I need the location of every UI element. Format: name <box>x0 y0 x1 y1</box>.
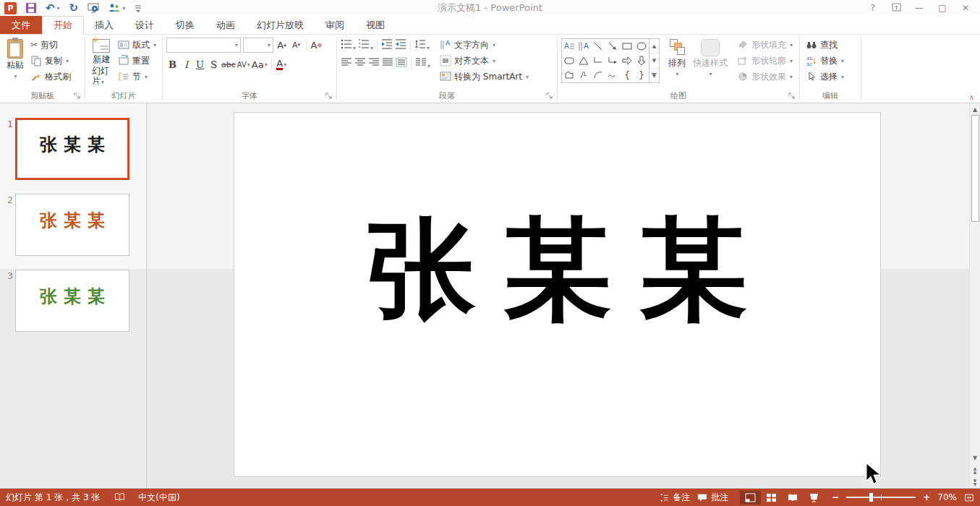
tab-home[interactable]: 开始 <box>42 16 84 35</box>
change-case-button[interactable]: Aa▾ <box>252 56 268 72</box>
font-name-combobox[interactable]: ▾ <box>166 38 241 53</box>
format-painter-button[interactable]: 格式刷 <box>28 69 73 85</box>
slide-canvas[interactable]: 张某某 <box>234 112 881 477</box>
slide-1-thumbnail[interactable]: 张某某 <box>15 118 129 180</box>
tab-design[interactable]: 设计 <box>124 16 165 34</box>
spell-check-button[interactable] <box>114 492 125 502</box>
font-size-combobox[interactable]: ▾ <box>243 38 273 53</box>
paste-button[interactable]: 粘贴 ▾ <box>4 37 27 82</box>
tab-transitions[interactable]: 切换 <box>165 16 205 34</box>
triangle-shape[interactable] <box>576 53 591 68</box>
strikethrough-button[interactable]: abc <box>221 56 236 72</box>
zoom-slider-thumb[interactable] <box>869 493 873 502</box>
align-center-button[interactable] <box>354 56 366 70</box>
share-button[interactable]: ▾ <box>108 2 125 14</box>
font-dialog-launcher[interactable] <box>325 93 333 100</box>
reset-button[interactable]: 重置 <box>116 53 158 69</box>
tab-slideshow[interactable]: 幻灯片放映 <box>246 16 315 34</box>
columns-button[interactable]: ▾ <box>415 56 430 70</box>
zoom-slider[interactable] <box>846 493 916 502</box>
maximize-button[interactable]: □ <box>932 3 953 13</box>
slide-indicator[interactable]: 幻灯片 第 1 张，共 3 张 <box>6 492 100 504</box>
shape-fill-button[interactable]: 形状填充▾ <box>735 37 795 53</box>
align-left-button[interactable] <box>341 56 352 70</box>
copy-button[interactable]: 复制▾ <box>28 53 73 69</box>
drawing-dialog-launcher[interactable] <box>788 93 796 100</box>
customize-qat-button[interactable] <box>135 4 142 12</box>
shapes-scroll-down-button[interactable]: ▼ <box>649 53 659 68</box>
tab-file[interactable]: 文件 <box>0 16 42 34</box>
arc-shape[interactable] <box>591 68 605 82</box>
tab-review[interactable]: 审阅 <box>315 16 355 34</box>
convert-to-smartart-button[interactable]: 转换为 SmartArt▾ <box>438 69 531 85</box>
fit-slide-to-window-button[interactable] <box>964 493 974 502</box>
close-button[interactable]: ✕ <box>955 3 976 13</box>
slide-3-thumbnail[interactable]: 张某某 <box>15 270 129 332</box>
undo-button[interactable]: ↶▾ <box>46 3 60 13</box>
vertical-text-box-shape[interactable]: A <box>576 39 591 53</box>
scrollbar-thumb[interactable] <box>971 115 979 222</box>
help-button[interactable]: ? <box>863 3 883 13</box>
arrow-shape[interactable] <box>605 39 620 53</box>
line-shape[interactable] <box>591 39 605 53</box>
select-button[interactable]: 选择▾ <box>804 69 846 85</box>
arrange-button[interactable]: 排列 ▾ <box>665 37 689 80</box>
new-slide-button[interactable]: ✳ 新建 幻灯片▾ <box>89 37 114 88</box>
rounded-rectangle-shape[interactable] <box>562 53 576 68</box>
bold-button[interactable]: B <box>166 56 179 72</box>
slideshow-view-button[interactable] <box>804 491 825 505</box>
right-arrow-shape[interactable] <box>620 53 634 68</box>
tab-insert[interactable]: 插入 <box>84 16 124 34</box>
scribble-shape[interactable] <box>576 68 591 82</box>
redo-button[interactable]: ↻ <box>69 3 79 13</box>
zoom-in-button[interactable]: + <box>923 492 930 502</box>
paragraph-dialog-launcher[interactable] <box>546 93 554 100</box>
scroll-up-button[interactable]: ▲ <box>970 103 980 115</box>
minimize-button[interactable]: — <box>909 3 929 13</box>
elbow-arrow-connector-shape[interactable] <box>605 53 620 68</box>
zoom-level[interactable]: 70% <box>937 492 957 502</box>
align-right-button[interactable] <box>368 56 380 70</box>
numbering-button[interactable]: ▾ <box>358 38 373 52</box>
quick-styles-button[interactable]: 快速样式 ▾ <box>690 37 730 80</box>
powerpoint-logo-icon[interactable]: P <box>4 2 17 14</box>
right-brace-shape[interactable]: } <box>634 68 649 82</box>
shape-outline-button[interactable]: 形状轮廓▾ <box>735 53 795 69</box>
start-slideshow-button[interactable] <box>88 2 99 14</box>
down-arrow-shape[interactable] <box>634 53 649 68</box>
justify-button[interactable] <box>382 56 393 70</box>
normal-view-button[interactable] <box>740 491 761 505</box>
decrease-font-size-button[interactable]: A▾ <box>290 37 302 53</box>
save-button[interactable] <box>26 3 36 13</box>
decrease-indent-button[interactable] <box>381 38 393 52</box>
shape-effects-button[interactable]: 形状效果▾ <box>735 69 795 85</box>
distribute-button[interactable] <box>396 56 407 70</box>
shapes-more-button[interactable]: ▼ <box>649 69 659 82</box>
collapse-ribbon-button[interactable]: ∧ <box>969 93 974 101</box>
ribbon-display-options-button[interactable] <box>886 3 906 14</box>
rectangle-shape[interactable] <box>620 39 634 53</box>
comments-button[interactable]: 批注 <box>697 492 728 504</box>
elbow-connector-shape[interactable] <box>591 53 605 68</box>
language-indicator[interactable]: 中文(中国) <box>138 492 179 504</box>
clipboard-dialog-launcher[interactable] <box>74 93 82 100</box>
clear-formatting-button[interactable]: A◆ <box>310 37 323 53</box>
tab-view[interactable]: 视图 <box>355 16 396 34</box>
replace-button[interactable]: abac 替换▾ <box>804 53 846 69</box>
layout-button[interactable]: 版式▾ <box>116 37 158 53</box>
shapes-scroll-up-button[interactable]: ▲ <box>649 39 659 53</box>
character-spacing-button[interactable]: AV▾ <box>237 56 250 72</box>
align-text-button[interactable]: 对齐文本▾ <box>438 53 531 69</box>
reading-view-button[interactable] <box>782 491 804 505</box>
find-button[interactable]: 查找 <box>804 37 840 53</box>
cut-button[interactable]: ✂剪切 <box>28 37 73 53</box>
text-direction-button[interactable]: A 文字方向▾ <box>438 37 531 53</box>
previous-slide-button[interactable]: ▲▲ <box>970 463 980 476</box>
slide-title-text[interactable]: 张某某 <box>234 198 880 344</box>
notes-button[interactable]: 备注 <box>659 492 690 504</box>
curve-shape[interactable] <box>605 68 620 82</box>
italic-button[interactable]: I <box>180 56 192 72</box>
underline-button[interactable]: U <box>194 56 206 72</box>
slide-2-thumbnail[interactable]: 张某某 <box>15 194 129 256</box>
text-box-shape[interactable]: A <box>562 39 576 53</box>
